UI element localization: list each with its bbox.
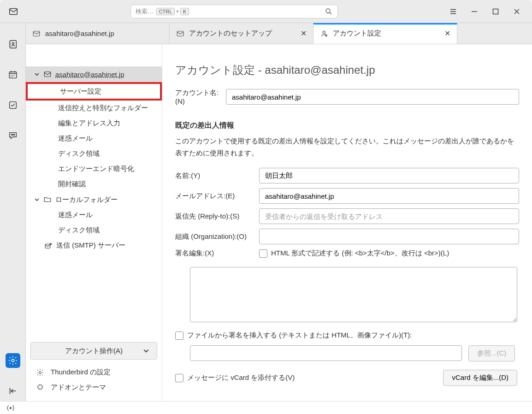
activity-bar — [0, 23, 26, 401]
mail-icon — [32, 30, 41, 38]
close-icon[interactable]: ✕ — [444, 29, 450, 38]
html-signature-label: HTML 形式で記述する (例: <b>太字</b>、改行は <br>)(L) — [271, 249, 449, 258]
tasks-icon[interactable] — [6, 98, 20, 112]
email-label: メールアドレス:(E) — [175, 192, 259, 201]
tab-account-settings[interactable]: アカウント設定 ✕ — [313, 23, 457, 44]
chevron-down-icon — [143, 348, 149, 354]
connection-icon[interactable] — [6, 405, 15, 411]
tree-smtp[interactable]: 送信 (SMTP) サーバー — [26, 238, 162, 253]
minimize-button[interactable] — [470, 7, 479, 16]
tree-local-folders[interactable]: ローカルフォルダー — [26, 192, 162, 207]
svg-rect-12 — [177, 31, 183, 36]
account-tree: asahitaro@asahinet.jp サーバー設定 送信控えと特別なフォル… — [26, 44, 162, 401]
svg-rect-0 — [10, 8, 18, 14]
smtp-label: 送信 (SMTP) サーバー — [56, 241, 125, 250]
default-identity-description: このアカウントで使用する既定の差出人情報を設定してください。これはメッセージの差… — [175, 135, 519, 159]
file-signature-checkbox[interactable] — [175, 331, 183, 340]
search-icon — [325, 7, 333, 16]
chat-icon[interactable] — [6, 128, 20, 143]
tree-local-junk[interactable]: 迷惑メール — [26, 207, 162, 223]
tab-label: アカウント設定 — [333, 29, 381, 38]
svg-point-8 — [12, 134, 13, 135]
addon-icon — [36, 384, 44, 392]
account-actions-label: アカウント操作(A) — [65, 347, 123, 355]
browse-button[interactable]: 参照...(C) — [468, 345, 515, 361]
svg-rect-16 — [45, 244, 50, 248]
chevron-down-icon — [34, 71, 40, 77]
replyto-label: 返信先 (Reply-to):(S) — [175, 212, 259, 221]
tree-account-root[interactable]: asahitaro@asahinet.jp — [26, 66, 162, 82]
file-signature-label: ファイルから署名を挿入する (テキストまたは HTML、画像ファイル)(T): — [187, 331, 412, 340]
statusbar — [0, 401, 532, 414]
svg-point-10 — [12, 359, 14, 362]
account-settings-icon — [320, 30, 328, 38]
tab-label: asahitaro@asahinet.jp — [45, 30, 114, 37]
tree-copies-folders[interactable]: 送信控えと特別なフォルダー — [26, 101, 162, 116]
account-settings-panel: アカウント設定 - asahitaro@asahinet.jp アカウント名:(… — [162, 44, 532, 401]
addons-label: アドオンとテーマ — [51, 383, 106, 392]
tree-compose-addressing[interactable]: 編集とアドレス入力 — [26, 116, 162, 131]
close-icon[interactable]: ✕ — [301, 29, 307, 38]
search-placeholder: 検索… CTRL+K — [136, 7, 190, 16]
tree-disk-space[interactable]: ディスク領域 — [26, 146, 162, 161]
svg-point-1 — [326, 9, 330, 13]
organization-label: 組織 (Organization):(O) — [175, 232, 259, 241]
tree-junk[interactable]: 迷惑メール — [26, 131, 162, 146]
settings-icon[interactable] — [6, 353, 20, 368]
vcard-attach-checkbox[interactable] — [175, 374, 183, 382]
addons-themes-link[interactable]: アドオンとテーマ — [36, 383, 162, 392]
email-field[interactable] — [259, 188, 519, 204]
gear-icon — [36, 368, 44, 377]
tab-inbox[interactable]: asahitaro@asahinet.jp — [26, 23, 170, 44]
account-name-field[interactable] — [226, 89, 519, 105]
hamburger-icon[interactable] — [449, 7, 457, 16]
tree-e2e[interactable]: エンドツーエンド暗号化 — [26, 161, 162, 177]
account-label: asahitaro@asahinet.jp — [55, 71, 124, 78]
svg-rect-2 — [493, 9, 498, 14]
svg-rect-15 — [44, 72, 51, 77]
signature-textarea[interactable] — [190, 267, 517, 322]
account-actions-button[interactable]: アカウント操作(A) — [30, 342, 157, 360]
app-mail-icon — [8, 6, 18, 17]
close-button[interactable] — [513, 7, 521, 16]
vcard-attach-label: メッセージに vCard を添付する(V) — [187, 373, 295, 382]
maximize-button[interactable] — [491, 7, 500, 16]
replyto-field[interactable] — [259, 208, 519, 224]
tab-account-setup[interactable]: アカウントのセットアップ ✕ — [170, 23, 313, 44]
tree-local-disk[interactable]: ディスク領域 — [26, 223, 162, 238]
account-name-label: アカウント名:(N) — [175, 89, 226, 105]
local-folders-label: ローカルフォルダー — [55, 195, 118, 204]
calendar-icon[interactable] — [6, 67, 20, 82]
tree-return-receipts[interactable]: 開封確認 — [26, 177, 162, 192]
name-field[interactable] — [259, 168, 519, 183]
default-identity-heading: 既定の差出人情報 — [175, 121, 519, 130]
signature-file-field[interactable] — [190, 345, 462, 361]
organization-field[interactable] — [259, 229, 519, 244]
mail-plus-icon — [176, 30, 184, 38]
svg-point-17 — [39, 371, 41, 373]
thunderbird-preferences-link[interactable]: Thunderbird の設定 — [36, 368, 162, 377]
html-signature-checkbox[interactable] — [259, 249, 267, 258]
signature-label: 署名編集:(X) — [175, 249, 259, 258]
svg-point-13 — [323, 31, 325, 33]
titlebar: 検索… CTRL+K — [0, 0, 532, 23]
svg-point-18 — [10, 407, 11, 408]
svg-point-7 — [11, 134, 12, 135]
contacts-icon[interactable] — [6, 37, 20, 52]
folder-icon — [43, 195, 52, 204]
svg-point-9 — [13, 134, 14, 135]
vcard-edit-button[interactable]: vCard を編集...(D) — [443, 370, 517, 386]
preferences-label: Thunderbird の設定 — [51, 368, 111, 377]
mail-icon — [43, 70, 52, 78]
tabstrip: asahitaro@asahinet.jp アカウントのセットアップ ✕ アカウ… — [26, 23, 532, 44]
outgoing-icon — [44, 242, 53, 250]
tree-server-settings[interactable]: サーバー設定 — [26, 82, 162, 101]
svg-rect-11 — [33, 31, 40, 36]
svg-point-4 — [12, 42, 14, 44]
chevron-down-icon — [34, 197, 40, 202]
collapse-icon[interactable] — [6, 384, 20, 398]
page-title: アカウント設定 - asahitaro@asahinet.jp — [175, 63, 519, 77]
name-label: 名前:(Y) — [175, 172, 259, 180]
search-box[interactable]: 検索… CTRL+K — [130, 5, 338, 18]
tab-label: アカウントのセットアップ — [189, 29, 272, 38]
